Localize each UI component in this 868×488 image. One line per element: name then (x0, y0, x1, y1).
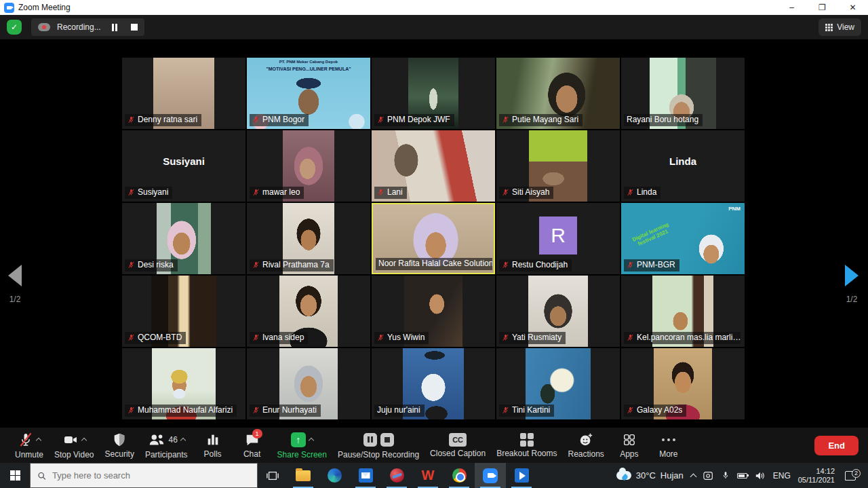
virtual-background-overlay: Digital learning festival 2021 (631, 221, 672, 248)
chat-button[interactable]: 1 Chat (233, 428, 272, 463)
taskbar-app-file-explorer[interactable] (288, 463, 319, 488)
close-button[interactable]: ✕ (837, 0, 868, 15)
task-view-button[interactable] (258, 463, 288, 488)
date: 05/11/2021 (798, 476, 835, 485)
share-options-chevron[interactable] (309, 438, 314, 443)
name-label: Kel.pancoran mas.lia marli… (624, 332, 741, 344)
edge-browser-icon (328, 468, 342, 483)
name-label: Galaxy A02s (624, 405, 686, 417)
video-options-chevron[interactable] (81, 438, 87, 443)
speaker-icon[interactable] (755, 471, 766, 481)
participant-tile[interactable]: PNM Digital learning festival 2021 PNM-B… (621, 203, 745, 274)
minimize-button[interactable]: – (776, 0, 807, 15)
muted-mic-icon (127, 334, 135, 341)
taskbar-search[interactable] (30, 463, 258, 488)
muted-mic-icon (18, 432, 33, 447)
stop-video-button[interactable]: Stop Video (49, 428, 100, 463)
virtual-background-text: PT. PNM Mekar Cabang Depok "MOTIVASI PEN… (247, 60, 370, 71)
participant-tile[interactable]: Denny ratna sari (122, 58, 245, 129)
pause-recording-icon[interactable] (363, 433, 377, 447)
microphone-tray-icon[interactable] (722, 470, 730, 481)
chat-badge: 1 (252, 429, 262, 438)
unmute-button[interactable]: Unmute (9, 428, 49, 463)
breakout-rooms-button[interactable]: Breakout Rooms (491, 428, 562, 463)
participant-tile[interactable]: Yus Wiwin (372, 276, 495, 347)
previous-page-icon[interactable] (8, 265, 22, 286)
meeting-topbar: ✓ Recording... View (0, 15, 868, 39)
taskbar-app-media[interactable] (381, 463, 412, 488)
next-page-icon[interactable] (845, 265, 859, 286)
pause-recording-icon[interactable] (112, 24, 117, 31)
participant-tile[interactable]: Putie Mayang Sari (496, 58, 620, 129)
recording-cloud-icon (38, 23, 50, 31)
tray-overflow-chevron[interactable] (690, 473, 696, 480)
restore-button[interactable]: ❐ (807, 0, 837, 15)
share-screen-icon: ↑ (291, 432, 306, 447)
taskbar-weather[interactable]: 30°C Hujan (616, 470, 684, 481)
taskbar-app-movies-tv[interactable] (506, 463, 537, 488)
polls-button[interactable]: Polls (193, 428, 233, 463)
participant-tile[interactable]: Linda Linda (621, 130, 745, 202)
participant-tile[interactable]: PNM Depok JWF (372, 58, 495, 129)
view-button[interactable]: View (818, 18, 861, 36)
previous-page-control[interactable]: 1/2 (8, 265, 22, 304)
participant-tile[interactable]: Susiyani Susiyani (122, 130, 245, 202)
taskbar-app-zoom[interactable] (475, 463, 506, 488)
participant-tile[interactable]: R Restu Chodijah (496, 203, 620, 274)
muted-mic-icon (252, 116, 260, 124)
stop-recording-icon[interactable] (380, 433, 394, 447)
participants-button[interactable]: 46 Participants (140, 428, 193, 463)
name-label: Yus Wiwin (374, 332, 429, 344)
more-button[interactable]: More (649, 428, 688, 463)
encryption-shield-icon[interactable]: ✓ (7, 20, 22, 35)
start-button[interactable] (0, 463, 30, 488)
participant-tile[interactable]: Lani (372, 130, 495, 202)
notification-center[interactable]: 2 (842, 471, 863, 481)
muted-mic-icon (127, 261, 135, 269)
zoom-app-icon (4, 3, 14, 13)
participant-tile[interactable]: Rayani Boru hotang (621, 58, 745, 129)
apps-button[interactable]: Apps (610, 428, 649, 463)
end-meeting-button[interactable]: End (814, 436, 859, 455)
participant-tile[interactable]: Yati Rusmiaty (496, 276, 620, 347)
notification-count: 2 (852, 469, 861, 478)
stop-recording-icon[interactable] (131, 24, 138, 31)
muted-mic-icon (377, 334, 384, 341)
muted-mic-icon (252, 334, 260, 341)
participant-tile[interactable]: Kel.pancoran mas.lia marli… (621, 276, 745, 347)
unmute-options-chevron[interactable] (35, 438, 41, 443)
taskbar-app-mail[interactable] (350, 463, 381, 488)
participant-tile[interactable]: PT. PNM Mekar Cabang Depok "MOTIVASI PEN… (247, 58, 370, 129)
screen-record-tray-icon[interactable] (703, 471, 714, 481)
participant-tile[interactable]: Enur Nurhayati (247, 348, 370, 419)
participant-tile[interactable]: Ivana sidep (247, 276, 370, 347)
participant-tile[interactable]: Desi riska (122, 203, 245, 274)
participant-tile[interactable]: QCOM-BTD (122, 276, 245, 347)
name-label: Muhammad Naufal Alfarizi (125, 405, 237, 417)
participant-tile[interactable]: Galaxy A02s (621, 348, 745, 419)
participant-tile[interactable]: Rival Prathama 7a (247, 203, 370, 274)
pause-stop-recording-button[interactable]: Pause/Stop Recording (332, 428, 425, 463)
participant-tile[interactable]: Siti Aisyah (496, 130, 620, 202)
reactions-button[interactable]: Reactions (563, 428, 610, 463)
participant-tile[interactable]: mawar leo (247, 130, 370, 202)
windows-taskbar: W 30°C Hujan ENG 14:12 05/11/2021 2 (0, 463, 868, 488)
taskbar-app-edge[interactable] (319, 463, 350, 488)
taskbar-app-wps[interactable]: W (412, 463, 443, 488)
participant-tile[interactable]: Muhammad Naufal Alfarizi (122, 348, 245, 419)
participant-tile[interactable]: Juju nur'aini (372, 348, 495, 419)
share-screen-button[interactable]: ↑ Share Screen (272, 428, 332, 463)
taskbar-clock[interactable]: 14:12 05/11/2021 (798, 467, 835, 485)
language-indicator[interactable]: ENG (773, 471, 791, 481)
security-button[interactable]: Security (100, 428, 140, 463)
battery-icon[interactable] (737, 473, 747, 478)
participant-tile-active-speaker[interactable]: Noor Rafita Halal Cake Solution (372, 203, 495, 274)
participants-icon (148, 432, 165, 447)
page-indicator-right: 1/2 (846, 295, 858, 304)
participant-tile[interactable]: Tini Kartini (496, 348, 620, 419)
closed-caption-button[interactable]: CC Closed Caption (425, 428, 491, 463)
taskbar-app-chrome[interactable] (443, 463, 475, 488)
participants-options-chevron[interactable] (180, 438, 186, 443)
search-input[interactable] (52, 470, 250, 481)
next-page-control[interactable]: 1/2 (845, 265, 859, 304)
